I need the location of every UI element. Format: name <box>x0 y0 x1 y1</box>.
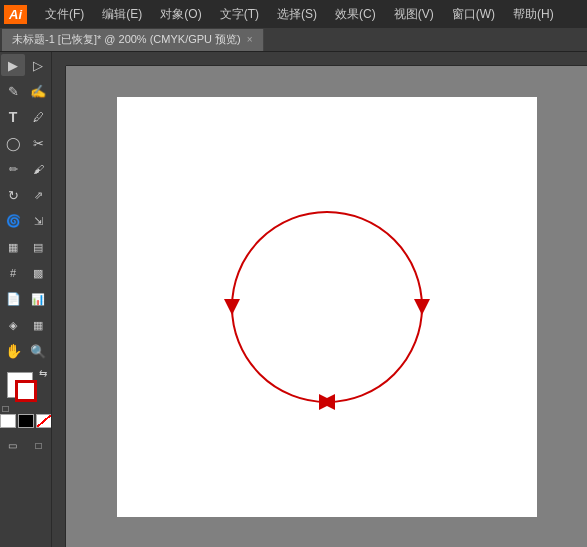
stroke-box[interactable] <box>15 380 37 402</box>
arc-top-left <box>232 212 327 307</box>
tool-row-3: T 🖊 <box>0 104 51 130</box>
direct-select-tool[interactable]: ▷ <box>26 54 50 76</box>
menu-help[interactable]: 帮助(H) <box>505 2 562 27</box>
tool-row-11: ◈ ▦ <box>0 312 51 338</box>
mesh-tool[interactable]: # <box>1 262 25 284</box>
menu-select[interactable]: 选择(S) <box>269 2 325 27</box>
tab-close-button[interactable]: × <box>247 34 253 45</box>
scissors-tool[interactable]: ✂ <box>26 132 50 154</box>
tab-bar: 未标题-1 [已恢复]* @ 200% (CMYK/GPU 预览) × <box>0 28 587 52</box>
scale-tool[interactable]: ⇗ <box>26 184 50 206</box>
menu-file[interactable]: 文件(F) <box>37 2 92 27</box>
menu-object[interactable]: 对象(O) <box>152 2 209 27</box>
none-icon[interactable]: □ <box>3 403 9 414</box>
none-swatch[interactable] <box>36 414 52 428</box>
select-tool[interactable]: ▶ <box>1 54 25 76</box>
app-logo: Ai <box>4 5 27 24</box>
document-tab[interactable]: 未标题-1 [已恢复]* @ 200% (CMYK/GPU 预览) × <box>2 29 264 51</box>
blob-brush-tool[interactable]: 🖌 <box>26 158 50 180</box>
pen-tool[interactable]: ✎ <box>1 80 25 102</box>
menu-edit[interactable]: 编辑(E) <box>94 2 150 27</box>
fill-stroke-area[interactable]: ⇆ □ <box>7 372 45 410</box>
column-graph-tool[interactable]: ▤ <box>26 236 50 258</box>
pencil-tool[interactable]: ✏ <box>1 158 25 180</box>
canvas-area[interactable] <box>52 52 587 547</box>
tool-row-5: ✏ 🖌 <box>0 156 51 182</box>
menu-window[interactable]: 窗口(W) <box>444 2 503 27</box>
ruler-horizontal <box>66 52 587 66</box>
tab-title: 未标题-1 [已恢复]* @ 200% (CMYK/GPU 预览) <box>12 32 241 47</box>
free-transform-tool[interactable]: ⇲ <box>26 210 50 232</box>
main-layout: ▶ ▷ ✎ ✍ T 🖊 ◯ ✂ ✏ 🖌 ↻ ⇗ 🌀 ⇲ ▦ ▤ <box>0 52 587 547</box>
tool-row-8: ▦ ▤ <box>0 234 51 260</box>
zoom-tool[interactable]: 🔍 <box>26 340 50 362</box>
menu-effect[interactable]: 效果(C) <box>327 2 384 27</box>
tool-row-2: ✎ ✍ <box>0 78 51 104</box>
warp-tool[interactable]: 🌀 <box>1 210 25 232</box>
symbol-tool[interactable]: ▦ <box>1 236 25 258</box>
tool-row-9: # ▩ <box>0 260 51 286</box>
tool-row-1: ▶ ▷ <box>0 52 51 78</box>
menu-view[interactable]: 视图(V) <box>386 2 442 27</box>
gradient-tool[interactable]: ▩ <box>26 262 50 284</box>
arc-bottom-right <box>327 307 422 402</box>
slice-tool[interactable]: ▦ <box>26 314 50 336</box>
artwork-svg <box>177 177 477 437</box>
fullscreen-mode[interactable]: □ <box>27 434 51 456</box>
artboard <box>117 97 537 517</box>
arc-bottom-left <box>232 307 327 402</box>
tool-row-6: ↻ ⇗ <box>0 182 51 208</box>
toolbar: ▶ ▷ ✎ ✍ T 🖊 ◯ ✂ ✏ 🖌 ↻ ⇗ 🌀 ⇲ ▦ ▤ <box>0 52 52 547</box>
white-swatch[interactable] <box>0 414 16 428</box>
color-mode-swatches <box>0 414 52 428</box>
freeform-tool[interactable]: ✍ <box>26 80 50 102</box>
normal-mode[interactable]: ▭ <box>1 434 25 456</box>
tool-row-7: 🌀 ⇲ <box>0 208 51 234</box>
blend-tool[interactable]: ◈ <box>1 314 25 336</box>
ruler-vertical <box>52 66 66 547</box>
black-swatch[interactable] <box>18 414 34 428</box>
ruler-corner <box>52 52 66 66</box>
ellipse-tool[interactable]: ◯ <box>1 132 25 154</box>
color-section: ⇆ □ ▭ □ <box>0 368 51 460</box>
tool-row-12: ✋ 🔍 <box>0 338 51 364</box>
menu-text[interactable]: 文字(T) <box>212 2 267 27</box>
hand-tool[interactable]: ✋ <box>1 340 25 362</box>
type-tool[interactable]: T <box>1 106 25 128</box>
touch-type-tool[interactable]: 🖊 <box>26 106 50 128</box>
rotate-tool[interactable]: ↻ <box>1 184 25 206</box>
tool-row-10: 📄 📊 <box>0 286 51 312</box>
arc-top-right <box>327 212 422 307</box>
screen-mode-buttons: ▭ □ <box>1 434 51 456</box>
menu-bar: Ai 文件(F) 编辑(E) 对象(O) 文字(T) 选择(S) 效果(C) 视… <box>0 0 587 28</box>
tool-row-4: ◯ ✂ <box>0 130 51 156</box>
eyedropper-tool[interactable]: 📄 <box>1 288 25 310</box>
measure-tool[interactable]: 📊 <box>26 288 50 310</box>
swap-icon[interactable]: ⇆ <box>39 368 47 379</box>
